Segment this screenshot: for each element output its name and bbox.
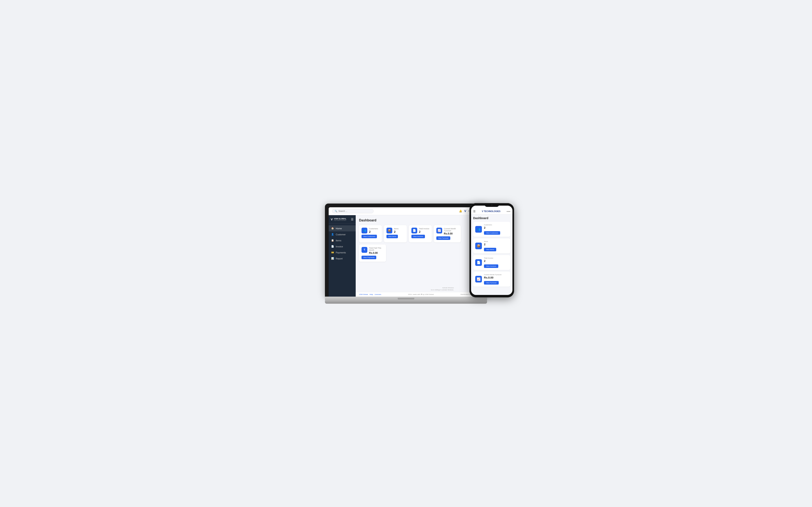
phone-dashboard-title: Dashboard xyxy=(473,216,510,220)
phone-body: Dashboard 👥 Customers 2 View Customers 📦 xyxy=(471,214,512,295)
card-payments: ₹ Total Paid This Month Rs.0.00 View Pay… xyxy=(359,244,386,262)
phone-customers-label: Customers xyxy=(484,224,508,226)
search-input[interactable] xyxy=(339,210,371,212)
report-icon: 📊 xyxy=(331,257,334,260)
sidebar-item-invoice-label: Invoice xyxy=(336,245,343,248)
customers-card-label: Customers xyxy=(369,228,378,230)
sidebar-item-invoice[interactable]: 📄 Invoice xyxy=(329,243,356,249)
dashboard-body: Dashboard 👥 Customers 2 xyxy=(356,215,483,292)
phone-view-items-button[interactable]: View Items xyxy=(484,248,496,251)
view-customers-button[interactable]: View Customers xyxy=(361,235,377,238)
phone-items-value: 2 xyxy=(484,243,508,246)
items-card-label: Items xyxy=(394,228,399,230)
phone-card-invoice: 📄 Total Invoice 2 View Invoices xyxy=(473,255,510,270)
phone-items-icon: 📦 xyxy=(475,242,482,249)
cards-row-main: 👥 Customers 2 View Customers xyxy=(359,225,480,242)
app-layout: V VSM GLOBAL TECHNOLOGIES ☰ 🏠 Home xyxy=(329,215,483,297)
phone-view-turnover-button[interactable]: View Turnover xyxy=(484,281,499,285)
payments-icon: 💳 xyxy=(331,251,334,254)
laptop-bezel: 🔍 🔔 V Hi, Welcome V xyxy=(325,204,487,297)
phone-items-info: Items 2 View Items xyxy=(484,240,508,251)
phone-card-turnover: 📈 Current Month Turnover Rs.0.00 View Tu… xyxy=(473,272,510,287)
footer-links: VSM Global Help Licenses xyxy=(359,293,381,295)
phone-outer: ☰ V TECHNOLOGIES ●●● Dashboard 👥 Custome… xyxy=(469,203,514,297)
customers-card-icon: 👥 xyxy=(361,228,367,233)
invoice-icon: 📄 xyxy=(331,245,334,248)
card-customers: 👥 Customers 2 View Customers xyxy=(359,225,382,242)
hamburger-button[interactable]: ☰ xyxy=(351,218,354,221)
payments-card-icon: ₹ xyxy=(361,247,367,253)
sidebar-item-items-label: Items xyxy=(336,239,341,242)
phone-card-customers: 👥 Customers 2 View Customers xyxy=(473,222,510,237)
vsm-logo-topbar: V xyxy=(464,209,466,213)
footer-link-vsmglobal[interactable]: VSM Global xyxy=(359,293,368,295)
phone-signal-icon: ●●● xyxy=(507,210,510,213)
phone-customers-icon: 👥 xyxy=(475,226,482,233)
sidebar-item-customer[interactable]: 👤 Customer xyxy=(329,231,356,237)
card-invoice-header: 📄 Total Invoice 2 xyxy=(411,228,429,233)
search-box[interactable]: 🔍 xyxy=(332,209,373,213)
sidebar-logo: V VSM GLOBAL TECHNOLOGIES ☰ xyxy=(329,215,356,224)
invoice-card-icon: 📄 xyxy=(411,228,417,233)
laptop-screen: 🔍 🔔 V Hi, Welcome V xyxy=(329,207,483,297)
logo-sub: TECHNOLOGIES xyxy=(334,220,346,221)
payments-card-label: Total Paid This Month xyxy=(369,247,384,251)
card-customers-header: 👥 Customers 2 xyxy=(361,228,379,233)
sidebar-item-report-label: Report xyxy=(336,257,343,260)
card-turnover-header: 📈 Current Month Turnover Rs.0.00 xyxy=(436,228,458,235)
turnover-card-value: Rs.0.00 xyxy=(444,232,458,235)
logo-text: VSM GLOBAL xyxy=(334,218,346,220)
watermark-line1: Activate Windows xyxy=(431,287,454,289)
top-bar: 🔍 🔔 V Hi, Welcome xyxy=(329,207,483,215)
phone-hamburger-icon[interactable]: ☰ xyxy=(473,210,476,213)
phone-invoice-info: Total Invoice 2 View Invoices xyxy=(484,257,508,268)
sidebar-item-home[interactable]: 🏠 Home xyxy=(329,225,356,231)
phone-turnover-value: Rs.0.00 xyxy=(484,276,508,279)
watermark-line2: Go to Settings to activate Windows. xyxy=(431,289,454,291)
turnover-card-icon: 📈 xyxy=(436,228,442,233)
phone-turnover-icon: 📈 xyxy=(475,276,482,282)
phone-customers-value: 2 xyxy=(484,226,508,229)
footer-link-help[interactable]: Help xyxy=(370,293,373,295)
app-footer: VSM Global Help Licenses 2024, made with… xyxy=(356,292,483,297)
phone: ☰ V TECHNOLOGIES ●●● Dashboard 👥 Custome… xyxy=(469,203,514,297)
items-card-icon: 📦 xyxy=(387,228,392,233)
phone-turnover-label: Current Month Turnover xyxy=(484,274,508,276)
footer-link-licenses[interactable]: Licenses xyxy=(374,293,381,295)
sidebar-item-home-label: Home xyxy=(336,227,342,230)
view-invoices-button[interactable]: View Invoices xyxy=(411,235,425,238)
phone-top-bar: ☰ V TECHNOLOGIES ●●● xyxy=(471,206,512,214)
phone-notch xyxy=(485,203,499,207)
card-turnover: 📈 Current Month Turnover Rs.0.00 View Tu… xyxy=(434,225,461,242)
sidebar-item-payments[interactable]: 💳 Payments xyxy=(329,249,356,256)
scene: 🔍 🔔 V Hi, Welcome V xyxy=(304,204,508,304)
phone-card-items: 📦 Items 2 View Items xyxy=(473,238,510,253)
phone-view-invoices-button[interactable]: View Invoices xyxy=(484,265,498,268)
view-turnover-button[interactable]: View Turnover xyxy=(436,236,450,240)
sidebar-item-customer-label: Customer xyxy=(336,233,346,236)
phone-view-customers-button[interactable]: View Customers xyxy=(484,231,500,235)
sidebar-item-items[interactable]: 📋 Items xyxy=(329,237,356,243)
phone-logo: V TECHNOLOGIES xyxy=(482,210,500,213)
items-card-value: 2 xyxy=(394,230,399,233)
view-payments-button[interactable]: View Payments xyxy=(361,256,376,259)
phone-invoice-icon: 📄 xyxy=(475,259,482,266)
phone-customers-info: Customers 2 View Customers xyxy=(484,224,508,235)
card-payments-header: ₹ Total Paid This Month Rs.0.00 xyxy=(361,247,384,255)
logo-icon: V xyxy=(331,218,333,221)
activate-watermark: Activate Windows Go to Settings to activ… xyxy=(431,287,454,291)
search-icon: 🔍 xyxy=(335,210,337,212)
sidebar-item-report[interactable]: 📊 Report xyxy=(329,256,356,262)
invoice-card-label: Total Invoice xyxy=(419,228,429,230)
home-icon: 🏠 xyxy=(331,227,334,230)
phone-invoice-value: 2 xyxy=(484,260,508,263)
phone-turnover-info: Current Month Turnover Rs.0.00 View Turn… xyxy=(484,274,508,285)
invoice-card-value: 2 xyxy=(419,230,429,233)
card-invoice: 📄 Total Invoice 2 View Invoices xyxy=(409,225,432,242)
view-items-button[interactable]: View Items xyxy=(387,235,398,238)
laptop-base xyxy=(325,297,487,301)
phone-items-label: Items xyxy=(484,240,508,242)
sidebar-item-payments-label: Payments xyxy=(336,251,346,254)
footer-center: 2024, made with ❤ by VSM Global xyxy=(408,293,434,295)
card-items: 📦 Items 2 View Items xyxy=(384,225,407,242)
